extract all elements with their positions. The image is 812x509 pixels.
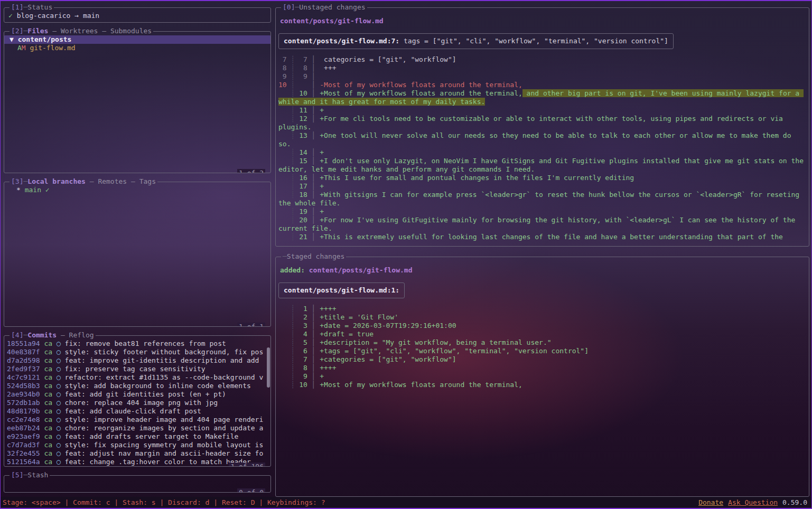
panel-key: [1] xyxy=(11,4,23,11)
commit-node-icon: ◯ xyxy=(57,365,61,373)
panel-branches[interactable]: [3]─Local branches – Remotes – Tags * ma… xyxy=(4,178,271,327)
staged-status-flag: A xyxy=(17,44,22,52)
panel-commits[interactable]: [4]─Commits – Reflog 18551a94 ca ◯ fix: … xyxy=(4,332,271,467)
panel-files[interactable]: [2]─Files – Worktrees – Submodules ▼ con… xyxy=(4,27,271,173)
tab-separator: – xyxy=(57,332,69,339)
tab-local-branches[interactable]: Local branches xyxy=(27,178,86,185)
tab-staged-changes[interactable]: Staged changes xyxy=(287,253,345,260)
commit-node-icon: ◯ xyxy=(57,373,61,381)
panel-key: [3] xyxy=(11,178,23,185)
staged-file-path: content/posts/git-flow.md xyxy=(309,266,413,274)
directory-name: content/posts xyxy=(18,35,72,43)
main-area: [1]─Status ✓ blog-cacarico → main [2]─Fi… xyxy=(1,1,811,497)
tab-status[interactable]: Status xyxy=(27,4,52,11)
ask-question-link[interactable]: Ask Question xyxy=(728,498,778,507)
hunk-file-location: content/posts/git-flow.md:7: xyxy=(284,37,399,45)
diff-line[interactable]: ┊ 9 │ + xyxy=(278,372,806,381)
commit-node-icon: ◯ xyxy=(57,449,61,457)
commit-node-icon: ◯ xyxy=(57,416,61,423)
commit-row[interactable]: 2fed9f37 ca ◯ fix: preserve tag case sen… xyxy=(7,365,268,373)
collapse-arrow-icon[interactable]: ▼ xyxy=(10,35,14,43)
donate-link[interactable]: Donate xyxy=(698,498,723,507)
commit-row[interactable]: 32f2e455 ca ◯ feat: adjust nav margin an… xyxy=(7,449,268,458)
diff-line[interactable]: ┊ 2 │ +title = 'Git Flow' xyxy=(278,313,806,322)
diff-line[interactable]: ┊ 17 │ + xyxy=(278,182,806,191)
commit-row[interactable]: 18551a94 ca ◯ fix: remove beat81 referen… xyxy=(7,340,268,348)
commit-row[interactable]: cc2e74e8 ca ◯ style: improve header imag… xyxy=(7,416,268,424)
diff-line[interactable]: ┊ 10 │ +Most of my workflows floats arou… xyxy=(278,381,806,389)
status-line: ✓ blog-cacarico → main xyxy=(7,12,268,20)
diff-line[interactable]: ┊ 19 │ + xyxy=(278,208,806,216)
panel-stash[interactable]: [5]─Stash 0 of 0 xyxy=(4,472,271,493)
tab-remotes[interactable]: Remotes xyxy=(98,178,127,185)
diff-line[interactable]: ┊ 10 │ +Most of my workflows floats arou… xyxy=(278,89,806,106)
diff-line[interactable]: ┊ 11 │ + xyxy=(278,106,806,115)
commit-row[interactable]: 524d58b3 ca ◯ style: add background to i… xyxy=(7,382,268,390)
panel-stash-header: [5]─Stash xyxy=(10,472,50,479)
diff-line[interactable]: ┊ 1 │ ++++ xyxy=(278,305,806,313)
commit-row[interactable]: 48d8179b ca ◯ feat: add claude-click dra… xyxy=(7,407,268,416)
diff-line[interactable]: ┊ 4 │ +draft = true xyxy=(278,330,806,338)
tab-commits[interactable]: Commits xyxy=(27,332,57,339)
commit-row[interactable]: c7d7ad3f ca ◯ style: fix spacing symmetr… xyxy=(7,441,268,449)
diff-line[interactable]: ┊ 6 │ +tags = ["git", "cli", "workflow",… xyxy=(278,347,806,355)
diff-line[interactable]: ┊ 15 │ +I don't use only Lazygit, on Neo… xyxy=(278,157,806,174)
diff-line[interactable]: 7 ┊ 7 │ categories = ["git", "workflow"] xyxy=(278,55,806,64)
tab-separator: – xyxy=(86,178,98,185)
panel-commits-header: [4]─Commits – Reflog xyxy=(10,332,96,339)
lazygit-window: [1]─Status ✓ blog-cacarico → main [2]─Fi… xyxy=(1,1,811,508)
commit-row[interactable]: 40e8387f ca ◯ style: sticky footer witho… xyxy=(7,348,268,356)
diff-line[interactable]: ┊ 20 │ +For now I've using GitFugitive m… xyxy=(278,216,806,233)
commit-node-icon: ◯ xyxy=(57,432,61,440)
commits-scrollbar[interactable] xyxy=(267,347,270,388)
diff-line[interactable]: ┊ 12 │ +For me cli tools need to be cust… xyxy=(278,115,806,131)
diff-line[interactable]: ┊ 14 │ + xyxy=(278,148,806,157)
panel-files-header: [2]─Files – Worktrees – Submodules xyxy=(10,27,153,35)
commit-row[interactable]: e923aef9 ca ◯ feat: add drafts server ta… xyxy=(7,432,268,441)
check-icon: ✓ xyxy=(8,12,13,20)
tab-stash[interactable]: Stash xyxy=(27,472,48,479)
panel-unstaged-changes[interactable]: [0]─Unstaged changes content/posts/git-f… xyxy=(275,4,809,247)
diff-line[interactable]: ┊ 21 │ +This is extremely usefull for lo… xyxy=(278,233,806,241)
tab-worktrees[interactable]: Worktrees xyxy=(61,27,98,35)
tab-files[interactable]: Files xyxy=(27,27,48,35)
diff-line[interactable]: ┊ 16 │ +This I use for small and pontual… xyxy=(278,174,806,182)
tab-separator: – xyxy=(127,178,139,185)
diff-line[interactable]: ┊ 7 │ +categories = ["git", "workflow"] xyxy=(278,355,806,364)
diff-line[interactable]: ┊ 3 │ +date = 2026-03-07T19:29:16+01:00 xyxy=(278,322,806,330)
panel-status[interactable]: [1]─Status ✓ blog-cacarico → main xyxy=(4,4,271,23)
hunk-file-location: content/posts/git-flow.md:1: xyxy=(284,286,399,294)
right-column: [0]─Unstaged changes content/posts/git-f… xyxy=(275,4,809,497)
commit-row[interactable]: 4c7c9121 ca ◯ refactor: extract #1d1135 … xyxy=(7,373,268,382)
branch-row-main[interactable]: * main ✓ xyxy=(7,186,268,194)
commit-row[interactable]: 2ae934b0 ca ◯ feat: add git identities p… xyxy=(7,390,268,399)
diff-line[interactable]: ┊ 18 │ +With gitsigns I can for example … xyxy=(278,191,806,208)
diff-line[interactable]: ┊ 13 │ +One tool will never solve all ou… xyxy=(278,131,806,148)
tab-unstaged-changes[interactable]: Unstaged changes xyxy=(299,4,365,11)
diff-line[interactable]: ┊ 8 │ ++++ xyxy=(278,364,806,372)
panel-staged-changes[interactable]: ─Staged changes added: content/posts/git… xyxy=(275,253,809,497)
branch-name: main xyxy=(25,186,41,194)
panel-key: [4] xyxy=(11,332,23,339)
file-row-directory[interactable]: ▼ content/posts xyxy=(4,35,270,44)
statusbar: Stage: <space> | Commit: c | Stash: s | … xyxy=(1,497,811,508)
diff-line[interactable]: ┊ 5 │ +description = "My git workflow, b… xyxy=(278,338,806,347)
hunk-context-line: tags = ["git", "cli", "workflow", "termi… xyxy=(399,37,668,45)
staged-file-status: added: xyxy=(280,266,305,274)
commit-row[interactable]: 572db1ab ca ◯ chore: replace 404 image p… xyxy=(7,399,268,407)
panel-key: [2] xyxy=(11,27,23,35)
tab-tags[interactable]: Tags xyxy=(139,178,156,185)
tab-reflog[interactable]: Reflog xyxy=(69,332,94,339)
commit-node-icon: ◯ xyxy=(57,441,61,449)
diff-line[interactable]: 10 ┊ │ -Most of my workflows floats arou… xyxy=(278,81,806,89)
tab-separator: – xyxy=(48,27,60,35)
panel-key: [5] xyxy=(11,472,23,479)
tab-separator: – xyxy=(98,27,110,35)
diff-line[interactable]: 8 ┊ 8 │ +++ xyxy=(278,64,806,72)
file-row[interactable]: AM git-flow.md xyxy=(7,44,268,52)
commits-list: 18551a94 ca ◯ fix: remove beat81 referen… xyxy=(7,340,268,466)
commit-row[interactable]: eeb87b24 ca ◯ chore: reorganize images b… xyxy=(7,424,268,432)
tab-submodules[interactable]: Submodules xyxy=(110,27,152,35)
commit-row[interactable]: d7a2d598 ca ◯ feat: improve git-identiti… xyxy=(7,356,268,365)
diff-line[interactable]: 9 ┊ 9 │ xyxy=(278,72,806,81)
